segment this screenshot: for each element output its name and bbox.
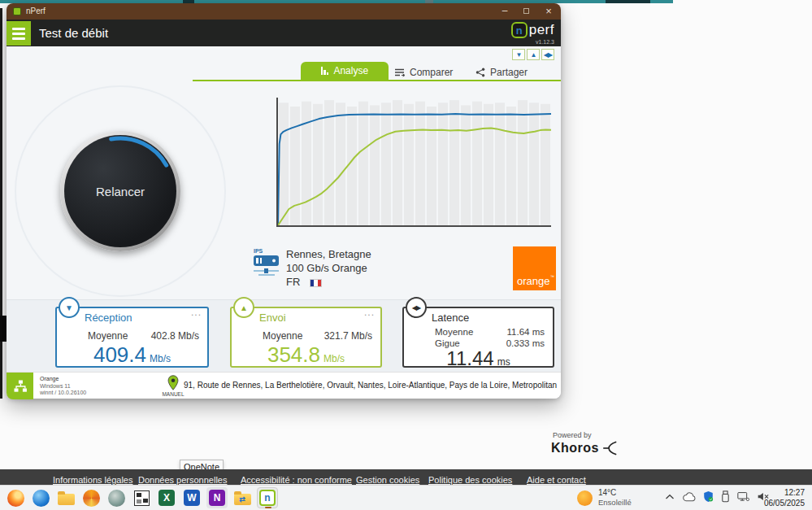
- usb-device-icon[interactable]: [721, 490, 730, 503]
- powered-by-label: Powered by: [553, 431, 619, 439]
- sun-icon: [577, 490, 593, 506]
- taskbar-clock[interactable]: 12:27 06/05/2025: [764, 488, 805, 508]
- page-title: Test de débit: [39, 26, 108, 40]
- envoi-title: Envoi: [259, 312, 286, 324]
- reception-average-row: Moyenne 402.8 Mb/s: [88, 330, 199, 342]
- latence-title: Latence: [432, 312, 469, 324]
- reception-menu-button[interactable]: ...: [191, 307, 202, 318]
- location-mode-label: MANUEL: [158, 391, 189, 397]
- latence-unit: ms: [497, 356, 510, 368]
- country-code: FR: [286, 276, 300, 288]
- speed-chart: [276, 98, 551, 227]
- khoros-logo-icon: [601, 439, 619, 457]
- taskbar-nperf-icon[interactable]: n: [257, 487, 278, 508]
- ethernet-network-icon[interactable]: [7, 373, 33, 399]
- tab-analyse[interactable]: Analyse: [301, 62, 389, 80]
- menu-hamburger-icon[interactable]: [7, 21, 31, 46]
- server-icon: IPS: [252, 246, 281, 283]
- footer-link-accessibility[interactable]: Accessibilité : non conforme: [241, 475, 352, 485]
- envoi-card: ▲ Envoi ... Moyenne 321.7 Mb/s 354.8Mb/s: [230, 307, 382, 368]
- taskbar-sync-folder-icon[interactable]: ⇄: [232, 487, 253, 508]
- server-bandwidth: 100 Gb/s Orange: [286, 261, 371, 275]
- tab-underline: [193, 80, 561, 81]
- onedrive-cloud-icon[interactable]: [682, 492, 696, 502]
- close-button[interactable]: ×: [538, 3, 559, 20]
- orange-provider-logo[interactable]: orange ™: [513, 246, 556, 290]
- average-value: 321.7 Mb/s: [324, 330, 372, 342]
- window-titlebar[interactable]: nPerf – ×: [7, 3, 561, 20]
- relancer-button[interactable]: Relancer: [60, 131, 180, 251]
- speed-chart-plot: [278, 98, 551, 225]
- upload-view-button[interactable]: ▲: [527, 49, 540, 60]
- tab-partager[interactable]: Partager: [475, 65, 528, 80]
- desktop: nPerf – × Test de débit n perf v1.12.3 ▼…: [0, 0, 812, 510]
- latence-big-number: 11.44: [446, 347, 493, 369]
- taskbar-firefox-icon[interactable]: [5, 487, 26, 508]
- window-title: nPerf: [26, 7, 46, 15]
- system-info: Orange Windows 11 winnt / 10.0.26100: [40, 376, 86, 397]
- tray-chevron-icon[interactable]: [665, 494, 675, 500]
- envoi-menu-button[interactable]: ...: [364, 307, 375, 318]
- nperf-logo-n: n: [511, 22, 528, 38]
- footer-link-personal-data[interactable]: Données personnelles: [138, 475, 227, 485]
- security-shield-icon[interactable]: [703, 490, 714, 503]
- view-toggle-group: ▼ ▲ ◀▶: [512, 49, 554, 60]
- envoi-current-value: 354.8Mb/s: [232, 342, 380, 368]
- taskbar-app-icons: X W N ⇄ n: [5, 487, 278, 508]
- progress-arc: [60, 131, 180, 251]
- average-label: Moyenne: [263, 330, 302, 342]
- download-view-button[interactable]: ▼: [512, 49, 525, 60]
- taskbar-graphics-app-icon[interactable]: [106, 487, 127, 508]
- france-flag-icon: [310, 279, 322, 287]
- average-value: 11.64 ms: [507, 327, 545, 337]
- taskbar-explorer-icon[interactable]: [55, 487, 76, 508]
- taskbar-utility-app-icon[interactable]: [131, 487, 152, 508]
- clock-date: 06/05/2025: [764, 499, 805, 509]
- system-tray: [665, 490, 769, 503]
- maximize-button[interactable]: [515, 3, 536, 20]
- taskbar-excel-icon[interactable]: X: [156, 487, 177, 508]
- envoi-big-number: 354.8: [267, 342, 320, 367]
- download-arrow-icon: ▼: [59, 297, 80, 318]
- orange-tm: ™: [550, 274, 554, 279]
- weather-description: Ensoleillé: [598, 498, 632, 508]
- bar-chart-icon: [321, 67, 329, 75]
- location-address: 91, Route de Rennes, La Berthelotière, O…: [184, 381, 558, 390]
- windows-taskbar: X W N ⇄ n 14°C Ensoleillé 12:27 06/05/20…: [0, 485, 812, 510]
- reception-big-number: 409.4: [93, 342, 146, 367]
- footer-link-help-contact[interactable]: Aide et contact: [527, 475, 586, 485]
- isp-name: Orange: [40, 376, 86, 383]
- latency-view-button[interactable]: ◀▶: [541, 49, 554, 60]
- taskbar-browser-icon[interactable]: [30, 487, 51, 508]
- kernel-version: winnt / 10.0.26100: [40, 390, 86, 397]
- compare-icon: [394, 68, 405, 77]
- minimize-button[interactable]: –: [494, 3, 515, 20]
- app-header: Test de débit n perf v1.12.3: [7, 20, 561, 46]
- average-label: Moyenne: [88, 330, 128, 342]
- footer-link-legal[interactable]: Informations légales: [53, 475, 132, 485]
- tab-label: Partager: [490, 67, 528, 78]
- taskbar-onenote-icon[interactable]: N: [206, 487, 228, 508]
- nperf-logo: n perf: [511, 22, 554, 38]
- tab-comparer[interactable]: Comparer: [394, 65, 453, 80]
- page-footer: Informations légales Données personnelle…: [0, 469, 812, 485]
- khoros-brand-text: Khoros: [551, 441, 599, 456]
- footer-link-cookie-policy[interactable]: Politique des cookies: [428, 475, 512, 485]
- background-window-fragment: [0, 316, 7, 342]
- server-country: FR: [286, 275, 371, 289]
- reception-current-value: 409.4Mb/s: [57, 342, 207, 368]
- server-details: Rennes, Bretagne 100 Gb/s Orange FR: [286, 247, 371, 289]
- taskbar-weather-widget[interactable]: 14°C Ensoleillé: [577, 488, 632, 508]
- strip-dash: [606, 0, 650, 3]
- maximize-icon: [523, 8, 529, 14]
- footer-link-cookie-management[interactable]: Gestion cookies: [356, 475, 419, 485]
- taskbar-photo-app-icon[interactable]: [80, 487, 102, 508]
- envoi-unit: Mb/s: [323, 353, 345, 364]
- latence-card: ◀▶ Latence Moyenne 11.64 ms Gigue 0.333 …: [402, 307, 554, 368]
- average-value: 402.8 Mb/s: [151, 330, 199, 342]
- orange-logo-text: orange: [517, 275, 549, 287]
- taskbar-word-icon[interactable]: W: [181, 487, 202, 508]
- weather-temperature: 14°C: [598, 488, 632, 498]
- clock-time: 12:27: [764, 488, 805, 499]
- display-plug-icon[interactable]: [737, 491, 749, 503]
